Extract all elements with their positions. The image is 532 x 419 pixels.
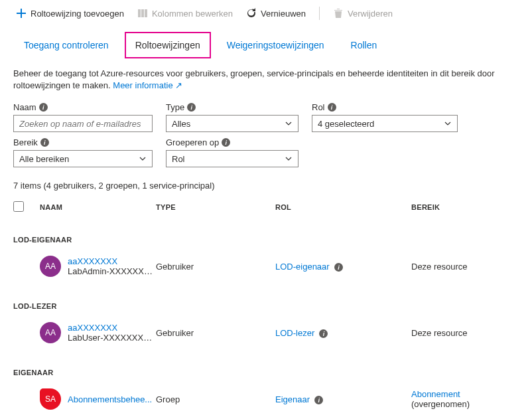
delete-label: Verwijderen — [348, 9, 393, 19]
col-header-scope[interactable]: BEREIK — [411, 203, 519, 211]
refresh-icon — [246, 8, 257, 19]
scope-filter-label: Bereik i — [13, 137, 153, 147]
toolbar: Roltoewijzing toevoegen Kolommen bewerke… — [0, 0, 532, 29]
info-icon[interactable]: i — [222, 138, 230, 147]
principal-sub: LabAdmin-XXXXXXX... — [68, 266, 156, 276]
principal-sub: LabUser-XXXXXXX@... — [68, 333, 156, 343]
name-filter-input[interactable] — [19, 119, 147, 129]
name-filter-input-wrap — [13, 115, 153, 132]
info-icon[interactable]: i — [319, 329, 328, 338]
col-header-role[interactable]: ROL — [275, 203, 411, 211]
info-icon[interactable]: i — [39, 103, 48, 112]
principal-type: Gebruiker — [156, 328, 275, 338]
table-row[interactable]: AAaaXXXXXXXLabUser-XXXXXXX@...GebruikerL… — [0, 315, 532, 350]
principal-name-link[interactable]: aaXXXXXXX — [68, 323, 156, 333]
description: Beheer de toegang tot Azure-resources vo… — [0, 58, 532, 98]
role-filter-select[interactable]: 4 geselecteerd — [312, 115, 458, 132]
role-link[interactable]: LOD-lezer — [275, 328, 314, 338]
type-filter-select[interactable]: Alles — [166, 115, 299, 132]
table-body: LOD-EIGENAARAAaaXXXXXXXLabAdmin-XXXXXXX.… — [0, 217, 532, 416]
scope-filter-select[interactable]: Alle bereiken — [13, 150, 153, 167]
refresh-button[interactable]: Vernieuwen — [241, 5, 311, 21]
info-icon[interactable]: i — [314, 396, 323, 404]
col-header-name[interactable]: NAAM — [40, 203, 156, 211]
tabs: Toegang controleren Roltoewijzingen Weig… — [0, 32, 532, 58]
filters-row-1: Naam i Type i Alles Rol i 4 geselecteerd — [0, 98, 532, 136]
avatar: SA — [40, 388, 61, 410]
chevron-down-icon — [444, 120, 452, 127]
trash-icon — [333, 8, 344, 19]
avatar: AA — [40, 256, 61, 277]
type-filter-label: Type i — [166, 102, 299, 112]
table-row[interactable]: AAaaXXXXXXXLabAdmin-XXXXXXX...GebruikerL… — [0, 249, 532, 284]
scope-cell: Abonnement (overgenomen) — [411, 389, 519, 409]
principal-name-link[interactable]: Abonnementsbehee... — [68, 394, 152, 404]
edit-columns-button: Kolommen bewerken — [132, 5, 238, 21]
role-link[interactable]: Eigenaar — [275, 394, 310, 404]
add-role-assignment-button[interactable]: Roltoewijzing toevoegen — [11, 5, 129, 21]
principal-type: Groep — [156, 394, 275, 404]
edit-columns-label: Kolommen bewerken — [152, 9, 233, 19]
role-link[interactable]: LOD-eigenaar — [275, 262, 330, 272]
description-text: Beheer de toegang tot Azure-resources vo… — [13, 68, 495, 90]
col-header-type[interactable]: TYPE — [156, 203, 275, 211]
scope-cell: Deze resource — [411, 262, 519, 272]
select-all-checkbox[interactable] — [13, 201, 24, 212]
tab-role-assignments[interactable]: Roltoewijzingen — [125, 32, 211, 58]
group-header: LOD-LEZER — [0, 284, 532, 315]
info-icon[interactable]: i — [40, 138, 49, 147]
chevron-down-icon — [139, 155, 147, 163]
info-icon[interactable]: i — [328, 103, 336, 112]
role-filter-label: Rol i — [312, 102, 458, 112]
chevron-down-icon — [285, 155, 293, 163]
scope-cell: Deze resource — [411, 328, 519, 338]
tab-deny-assignments[interactable]: Weigeringstoewijzingen — [216, 32, 335, 58]
tab-check-access[interactable]: Toegang controleren — [13, 32, 119, 58]
chevron-down-icon — [285, 120, 293, 127]
group-header: EIGENAAR — [0, 350, 532, 382]
principal-type: Gebruiker — [156, 262, 275, 272]
toolbar-separator — [319, 7, 320, 20]
plus-icon — [16, 8, 27, 19]
name-filter-label: Naam i — [13, 102, 153, 112]
filters-row-2: Bereik i Alle bereiken Groeperen op i Ro… — [0, 136, 532, 171]
avatar: AA — [40, 322, 61, 343]
refresh-label: Vernieuwen — [261, 9, 306, 19]
principal-name-link[interactable]: aaXXXXXXX — [68, 256, 156, 266]
group-header: LOD-EIGENAAR — [0, 217, 532, 249]
more-info-link[interactable]: Meer informatie ↗ — [113, 80, 182, 90]
table-header: NAAM TYPE ROL BEREIK — [0, 197, 532, 217]
columns-icon — [137, 8, 148, 19]
delete-button: Verwijderen — [328, 5, 398, 21]
group-by-select[interactable]: Rol — [166, 150, 299, 167]
external-link-icon: ↗ — [175, 80, 182, 90]
item-count: 7 items (4 gebruikers, 2 groepen, 1 serv… — [0, 171, 532, 197]
table-row[interactable]: SAAbonnementsbehee...GroepEigenaar iAbon… — [0, 382, 532, 416]
info-icon[interactable]: i — [187, 103, 196, 112]
group-by-label: Groeperen op i — [166, 137, 299, 147]
info-icon[interactable]: i — [334, 263, 343, 272]
scope-link[interactable]: Abonnement — [411, 389, 460, 399]
add-label: Roltoewijzing toevoegen — [31, 9, 124, 19]
tab-roles[interactable]: Rollen — [340, 32, 388, 58]
